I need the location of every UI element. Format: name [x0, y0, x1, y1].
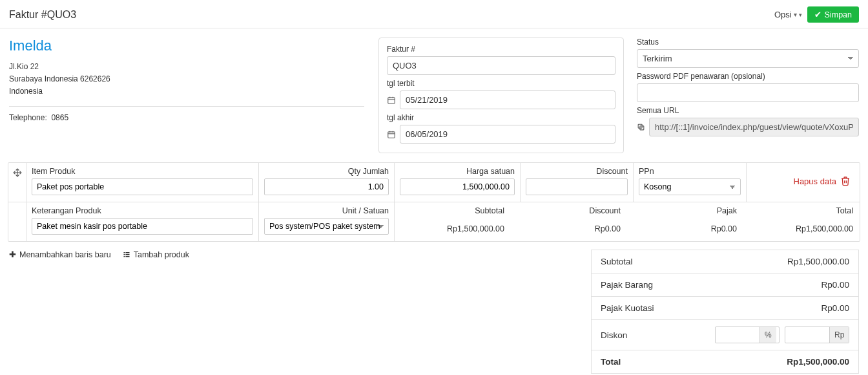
divider: [9, 106, 364, 107]
drag-spacer: [8, 202, 26, 241]
totals-pajak-barang-value: Rp0.00: [821, 280, 849, 290]
faktur-input[interactable]: [387, 56, 615, 75]
check-icon: ✔: [814, 10, 822, 19]
plus-icon: ✚: [9, 250, 16, 259]
phone-value: 0865: [51, 113, 68, 122]
svg-rect-13: [125, 252, 129, 253]
item-qty-input[interactable]: [264, 178, 389, 195]
phone-label: Telephone:: [9, 113, 47, 122]
row-subtotal-value: Rp1,500,000.00: [401, 224, 504, 233]
svg-rect-4: [388, 131, 395, 137]
faktur-label: Faktur #: [387, 45, 615, 54]
delete-row-button[interactable]: Hapus data: [794, 176, 851, 186]
list-icon: [123, 251, 130, 259]
totals-total-label: Total: [601, 357, 621, 367]
svg-rect-17: [125, 256, 129, 257]
col-price-header: Harga satuan: [400, 167, 515, 176]
row-total-value: Rp1,500,000.00: [750, 224, 853, 233]
totals-pajak-barang-label: Pajak Barang: [601, 280, 653, 290]
svg-rect-12: [123, 252, 125, 253]
item-unit-select[interactable]: Pos system/POS paket system: [264, 218, 389, 235]
totals-subtotal-label: Subtotal: [601, 257, 633, 266]
diskon-percent-input[interactable]: [716, 327, 760, 343]
client-name[interactable]: Imelda: [9, 38, 364, 54]
tgl-terbit-input[interactable]: [400, 91, 615, 109]
pdf-password-label: Password PDF penawaran (opsional): [637, 72, 859, 81]
status-select[interactable]: Terkirim: [637, 49, 859, 68]
item-desc-input[interactable]: [32, 218, 253, 235]
add-product-link[interactable]: Tambah produk: [123, 250, 189, 259]
col-qty-header: Qty Jumlah: [264, 167, 389, 176]
col-discount-header: Discount: [526, 167, 628, 176]
svg-rect-14: [123, 254, 125, 255]
col-unit-header: Unit / Satuan: [264, 206, 389, 215]
col-ppn-header: PPn: [639, 167, 741, 176]
row-subtotal-label: Subtotal: [401, 206, 504, 215]
totals-subtotal-value: Rp1,500,000.00: [787, 257, 849, 266]
tgl-akhir-label: tgl akhir: [387, 113, 615, 122]
svg-rect-16: [123, 256, 125, 257]
client-address-line2: Surabaya Indonesia 6262626: [9, 73, 364, 85]
client-address-line1: Jl.Kio 22: [9, 61, 364, 73]
caret-icon: ▾: [799, 12, 802, 18]
row-total-label: Total: [750, 206, 853, 215]
pdf-password-input[interactable]: [637, 83, 859, 102]
status-label: Status: [637, 38, 859, 47]
col-desc-header: Keterangan Produk: [32, 206, 253, 215]
add-new-row-label: Menambahkan baris baru: [19, 250, 111, 259]
row-tax-value: Rp0.00: [634, 224, 737, 233]
diskon-rp-input[interactable]: [785, 327, 829, 343]
item-price-input[interactable]: [400, 178, 515, 195]
col-item-header: Item Produk: [32, 167, 253, 176]
copy-icon[interactable]: [637, 123, 645, 131]
trash-icon: [840, 176, 851, 186]
client-address-line3: Indonesia: [9, 85, 364, 98]
calendar-icon[interactable]: [387, 130, 396, 139]
item-ppn-select[interactable]: Kosong: [639, 178, 741, 195]
row-discount-value: Rp0.00: [517, 224, 621, 233]
calendar-icon[interactable]: [387, 96, 396, 105]
save-button[interactable]: ✔ Simpan: [807, 6, 859, 23]
svg-rect-15: [125, 254, 129, 255]
row-tax-label: Pajak: [634, 206, 737, 215]
item-name-input[interactable]: [32, 178, 253, 195]
rp-suffix: Rp: [829, 327, 849, 343]
url-label: Semua URL: [637, 106, 859, 115]
row-discount-label: Discount: [517, 206, 621, 215]
totals-diskon-label: Diskon: [601, 330, 627, 340]
item-discount-input[interactable]: [526, 178, 628, 195]
percent-suffix: %: [760, 327, 776, 343]
add-product-label: Tambah produk: [134, 250, 189, 259]
save-label: Simpan: [825, 10, 852, 19]
add-new-row-link[interactable]: ✚ Menambahkan baris baru: [9, 250, 111, 259]
tgl-akhir-input[interactable]: [400, 125, 615, 144]
totals-total-value: Rp1,500,000.00: [787, 357, 849, 367]
delete-label: Hapus data: [794, 177, 837, 186]
drag-handle-icon[interactable]: [8, 163, 26, 202]
chevron-down-icon: ▾: [794, 11, 797, 18]
options-label: Opsi: [774, 10, 792, 19]
svg-rect-0: [388, 97, 395, 103]
page-title: Faktur #QUO3: [9, 9, 76, 21]
options-dropdown[interactable]: Opsi ▾ ▾: [774, 10, 802, 19]
url-input[interactable]: [649, 118, 859, 136]
tgl-terbit-label: tgl terbit: [387, 79, 615, 88]
totals-pajak-kuotasi-label: Pajak Kuotasi: [601, 303, 654, 313]
totals-pajak-kuotasi-value: Rp0.00: [821, 303, 849, 313]
